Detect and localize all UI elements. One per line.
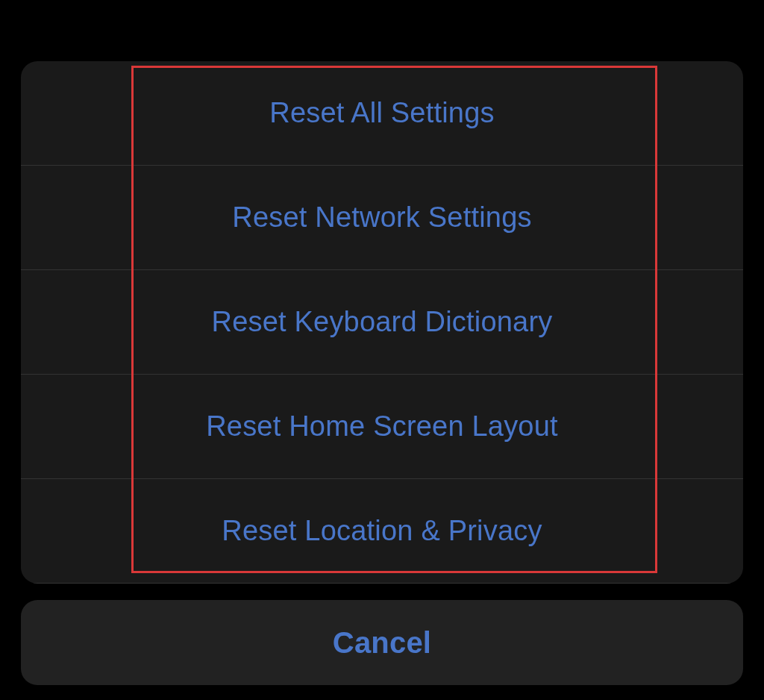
option-label: Reset All Settings <box>269 97 494 129</box>
cancel-button[interactable]: Cancel <box>21 600 743 685</box>
reset-options-sheet: Reset All Settings Reset Network Setting… <box>21 61 743 584</box>
option-label: Reset Home Screen Layout <box>206 410 558 443</box>
option-label: Reset Network Settings <box>232 201 531 234</box>
reset-all-settings-button[interactable]: Reset All Settings <box>21 61 743 166</box>
option-label: Reset Location & Privacy <box>222 515 542 547</box>
cancel-label: Cancel <box>333 626 431 660</box>
option-label: Reset Keyboard Dictionary <box>212 306 553 338</box>
reset-location-privacy-button[interactable]: Reset Location & Privacy <box>21 479 743 584</box>
reset-keyboard-dictionary-button[interactable]: Reset Keyboard Dictionary <box>21 270 743 375</box>
reset-home-screen-layout-button[interactable]: Reset Home Screen Layout <box>21 375 743 479</box>
action-sheet-container: Reset All Settings Reset Network Setting… <box>21 61 743 687</box>
reset-network-settings-button[interactable]: Reset Network Settings <box>21 166 743 270</box>
